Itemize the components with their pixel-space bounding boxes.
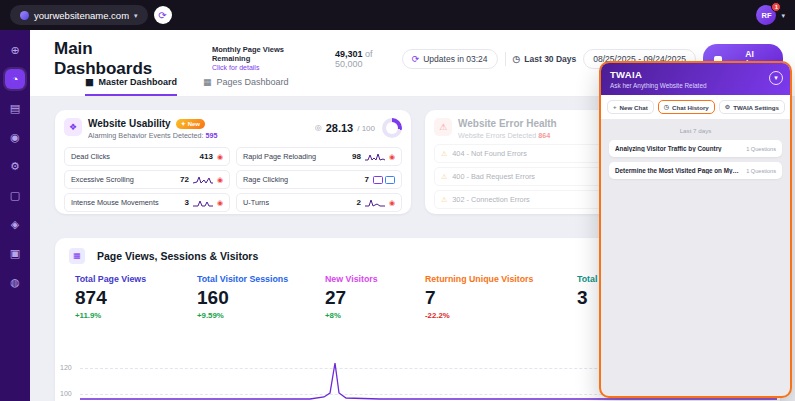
history-item-label: Analyzing Visitor Traffic by Country — [615, 145, 722, 152]
metric-value: 7 — [365, 175, 369, 184]
chevron-down-icon[interactable]: ▾ — [781, 12, 785, 19]
metric-value: 3 — [184, 198, 188, 207]
monthly-pageviews-label: Monthly Page Views Remaining — [212, 45, 323, 63]
monthly-pageviews-link[interactable]: Click for details — [212, 64, 323, 72]
metric-label: Excessive Scrolling — [71, 175, 176, 184]
history-item[interactable]: Determine the Most Visited Page on My We… — [609, 162, 782, 179]
ai-assistant-panel: TWAIA Ask her Anything Website Related ▾… — [599, 61, 792, 398]
notification-badge: 1 — [771, 2, 781, 12]
history-item[interactable]: Analyzing Visitor Traffic by Country 1 Q… — [609, 140, 782, 157]
sidebar-item-security[interactable]: ◈ — [5, 214, 25, 234]
session-record-icon[interactable]: ◉ — [217, 176, 223, 183]
topbar-right: RF 1 ▾ — [756, 5, 785, 25]
stat-total-visitor-sessions: Total Visitor Sessions 160 +9.59% — [197, 274, 325, 320]
assistant-header: TWAIA Ask her Anything Website Related ▾ — [601, 63, 790, 95]
usability-title: Website Usability — [88, 118, 171, 129]
stat-change: +11.9% — [75, 311, 197, 320]
section-title: Page Views, Sessions & Visitors — [97, 250, 258, 262]
stat-change: +8% — [325, 311, 425, 320]
sparkline-chart — [193, 198, 213, 208]
session-record-icon[interactable]: ◉ — [217, 153, 223, 160]
tab-pages-dashboard[interactable]: ▦ Pages Dashboard — [203, 77, 289, 96]
avatar-initials: RF — [761, 11, 771, 20]
metric-row-dead-clicks[interactable]: Dead Clicks 413 ◉ — [64, 147, 230, 166]
new-badge-label: New — [188, 121, 200, 127]
warning-icon: ⚠ — [441, 196, 447, 203]
sidebar-item-heatmaps[interactable]: ▤ — [5, 98, 25, 118]
sidebar-item-docs[interactable]: ▣ — [5, 243, 25, 263]
session-record-icon[interactable]: ◉ — [389, 199, 395, 206]
session-record-icon[interactable]: ◉ — [217, 199, 223, 206]
metric-row-rapid-page-reloading[interactable]: Rapid Page Reloading 98 ◉ — [236, 147, 402, 166]
error-card-subtitle: Website Errors Detected 864 — [458, 131, 557, 140]
history-item-count: 1 Questions — [746, 146, 776, 152]
sparkle-icon: ✦ — [181, 120, 186, 127]
add-icon[interactable]: ⊕ — [5, 40, 25, 60]
page-title: Main Dashboards — [54, 39, 194, 79]
sidebar-item-dashboards[interactable]: ◔ — [5, 69, 25, 89]
metric-label: Intense Mouse Movements — [71, 198, 180, 207]
tab-chat-history[interactable]: ◷ Chat History — [658, 100, 715, 114]
history-period-label: Last 7 days — [609, 127, 782, 134]
y-axis-tick-100: 100 — [60, 390, 72, 397]
stat-label: Total Visitor Sessions — [197, 274, 325, 284]
sidebar-item-integrations[interactable]: ⚙ — [5, 156, 25, 176]
metric-row-intense-mouse-movements[interactable]: Intense Mouse Movements 3 ◉ — [64, 193, 230, 212]
refresh-icon: ⟳ — [158, 10, 166, 21]
stat-total-page-views: Total Page Views 874 +11.9% — [75, 274, 197, 320]
dashboard-tab-icon: ▦ — [203, 78, 212, 87]
refresh-site-button[interactable]: ⟳ — [154, 6, 172, 24]
stat-label: New Visitors — [325, 274, 425, 284]
website-usability-card: ❖ Website Usability ✦ New Alarming Behav… — [55, 110, 411, 214]
sidebar-item-profile[interactable]: ◍ — [5, 272, 25, 292]
sidebar-item-recordings[interactable]: ◉ — [5, 127, 25, 147]
date-range-preset-label: Last 30 Days — [524, 54, 576, 64]
updates-timer-label: Updates in 03:24 — [423, 54, 487, 64]
stat-label: Returning Unique Visitors — [425, 274, 577, 284]
stat-value: 3 — [577, 287, 597, 309]
session-record-icon[interactable]: ◉ — [389, 153, 395, 160]
screen-icon[interactable] — [385, 176, 395, 184]
sparkline-chart — [365, 198, 385, 208]
avatar[interactable]: RF 1 — [756, 5, 776, 25]
tab-label: Chat History — [672, 104, 709, 111]
globe-icon — [20, 11, 29, 20]
usability-score-max: / 100 — [357, 124, 375, 133]
dashboard-tabs: ▦ Master Dashboard ▦ Pages Dashboard — [85, 77, 289, 96]
stat-new-visitors: New Visitors 27 +8% — [325, 274, 425, 320]
sidebar-item-monitor[interactable]: ▢ — [5, 185, 25, 205]
site-selector[interactable]: yourwebsitename.com ▾ — [10, 5, 148, 25]
analytics-dashboard-app: yourwebsitename.com ▾ ⟳ RF 1 ▾ ⊕ ◔ ▤ ◉ ⚙… — [0, 0, 795, 401]
video-icon[interactable] — [373, 176, 383, 184]
tab-new-chat[interactable]: + New Chat — [607, 100, 654, 114]
plus-icon: + — [613, 104, 617, 110]
stat-label: Total Page Views — [75, 274, 197, 284]
metric-label: Rapid Page Reloading — [243, 152, 348, 161]
chevron-down-icon: ▾ — [134, 12, 138, 19]
tab-master-dashboard[interactable]: ▦ Master Dashboard — [85, 77, 177, 96]
stat-returning-unique-visitors: Returning Unique Visitors 7 -22.2% — [425, 274, 577, 320]
error-row-label: 404 - Not Found Errors — [452, 149, 527, 158]
warning-icon: ⚠ — [441, 173, 447, 180]
sidebar: ⊕ ◔ ▤ ◉ ⚙ ▢ ◈ ▣ ◍ — [0, 30, 30, 401]
error-count: 864 — [538, 131, 550, 140]
stat-change: -22.2% — [425, 311, 577, 320]
usability-subtitle: Alarming Behavior Events Detected: 595 — [88, 131, 217, 140]
tab-twaia-settings[interactable]: ⚙ TWAIA Settings — [719, 100, 785, 114]
metric-row-rage-clicking[interactable]: Rage Clicking 7 — [236, 170, 402, 189]
metric-row-u-turns[interactable]: U-Turns 2 ◉ — [236, 193, 402, 212]
updates-timer-pill[interactable]: ⟳ Updates in 03:24 — [402, 49, 498, 69]
divider — [505, 52, 506, 66]
refresh-icon: ⟳ — [412, 55, 420, 64]
usability-subtitle-text: Alarming Behavior Events Detected: — [88, 131, 203, 140]
stat-label: Total — [577, 274, 597, 284]
stat-total-partial: Total 3 — [577, 274, 597, 320]
metric-row-excessive-scrolling[interactable]: Excessive Scrolling 72 ◉ — [64, 170, 230, 189]
minimize-button[interactable]: ▾ — [769, 71, 783, 85]
error-subtitle-text: Website Errors Detected — [458, 131, 536, 140]
warning-icon: ⚠ — [441, 150, 447, 157]
date-range-preset[interactable]: ◷ Last 30 Days — [512, 54, 576, 64]
sparkline-chart — [365, 152, 385, 162]
metric-label: U-Turns — [243, 198, 352, 207]
metric-value: 413 — [200, 152, 213, 161]
